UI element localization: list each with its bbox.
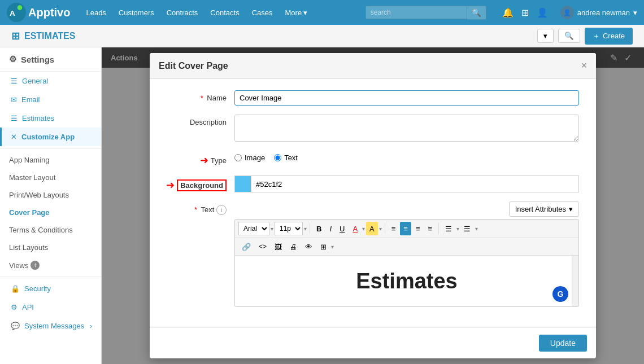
italic-button[interactable]: I — [326, 222, 335, 235]
update-button[interactable]: Update — [539, 335, 587, 352]
type-image-option[interactable]: Image — [234, 154, 265, 162]
chevron-right-icon: › — [90, 322, 92, 330]
toolbar-chevron-size: ▾ — [304, 226, 307, 232]
nav-cases[interactable]: Cases — [251, 6, 274, 19]
text-editor-row: * Text i Insert Attributes ▾ — [167, 201, 579, 307]
type-text-radio[interactable] — [274, 154, 281, 161]
sub-navigation: ⊞ ESTIMATES ▾ 🔍 ＋ Create — [0, 25, 644, 47]
user-dropdown-icon: ▾ — [633, 8, 637, 17]
modal-footer: Update — [150, 327, 596, 358]
highlight-chevron: ▾ — [379, 226, 382, 232]
image-button[interactable]: 🖼 — [271, 240, 285, 253]
user-icon[interactable]: 👤 — [537, 7, 548, 18]
editor-scrollbar[interactable] — [572, 256, 578, 306]
text-right-column: Insert Attributes ▾ Arial — [234, 201, 579, 307]
sidebar-sub-list-layouts[interactable]: List Layouts — [0, 239, 101, 256]
sidebar-item-estimates[interactable]: ☰ Estimates — [0, 109, 101, 128]
sidebar-sub-app-naming[interactable]: App Naming — [0, 151, 101, 169]
font-color-button[interactable]: A — [349, 222, 361, 235]
highlight-button[interactable]: A — [366, 222, 378, 235]
views-item: Views + — [9, 261, 40, 270]
preview-button[interactable]: 👁 — [302, 240, 316, 253]
dropdown-button[interactable]: ▾ — [537, 29, 554, 43]
sidebar-item-system-messages[interactable]: 💬 System Messages › — [0, 317, 101, 335]
type-image-radio[interactable] — [234, 154, 242, 161]
link-button[interactable]: 🔗 — [238, 240, 254, 253]
sidebar-item-security[interactable]: 🔒 Security — [0, 279, 101, 298]
description-input[interactable] — [234, 115, 579, 142]
insert-attributes-button[interactable]: Insert Attributes ▾ — [509, 201, 579, 217]
name-input[interactable] — [234, 90, 579, 106]
sidebar-sub-terms[interactable]: Terms & Conditions — [0, 221, 101, 239]
user-area[interactable]: 👤 andrea newman ▾ — [560, 6, 637, 19]
insert-attributes-row: Insert Attributes ▾ — [234, 201, 579, 217]
type-text-option[interactable]: Text — [274, 154, 298, 162]
toolbar-divider-3 — [438, 223, 439, 234]
sidebar-sub-master-layout[interactable]: Master Layout — [0, 169, 101, 186]
type-radio-group: Image Text — [234, 151, 298, 162]
align-left-button[interactable]: ≡ — [388, 222, 399, 235]
type-label-wrapper: ➜ Type — [167, 151, 234, 166]
grid-icon[interactable]: ⊞ — [521, 7, 529, 18]
editor-toolbar-row2: 🔗 <> 🖼 🖨 👁 ⊞ ▾ — [235, 238, 578, 256]
sidebar-item-api[interactable]: ⚙ API — [0, 298, 101, 317]
search-input[interactable] — [365, 6, 467, 19]
avatar: 👤 — [560, 6, 574, 19]
add-view-button[interactable]: + — [31, 261, 40, 270]
align-right-button[interactable]: ≡ — [412, 222, 424, 235]
sidebar: ⚙ Settings ☰ General ✉ Email ☰ Estimates… — [0, 47, 102, 364]
color-hex-input[interactable] — [251, 176, 579, 192]
color-swatch[interactable] — [234, 176, 251, 192]
search-icon: 🔍 — [564, 32, 574, 40]
sidebar-item-general[interactable]: ☰ General — [0, 72, 101, 90]
background-row: ➜ Background — [167, 176, 579, 192]
nav-contracts[interactable]: Contracts — [166, 6, 199, 19]
sidebar-sub-views[interactable]: Views + — [0, 256, 101, 274]
modal-close-button[interactable]: × — [581, 60, 587, 72]
editor-text: Estimates — [356, 269, 458, 293]
dropdown-arrow-icon: ▾ — [569, 205, 573, 213]
list-ul-button[interactable]: ☰ — [442, 222, 455, 235]
justify-button[interactable]: ≡ — [425, 222, 436, 235]
toolbar-chevron-font: ▾ — [271, 226, 273, 232]
print-button[interactable]: 🖨 — [286, 240, 301, 253]
page-title: ⊞ ESTIMATES — [11, 30, 75, 42]
sidebar-item-email[interactable]: ✉ Email — [0, 90, 101, 109]
underline-button[interactable]: U — [336, 222, 348, 235]
nav-leads[interactable]: Leads — [85, 6, 107, 19]
estimates-grid-icon: ⊞ — [11, 30, 20, 42]
font-color-chevron: ▾ — [362, 226, 365, 232]
customize-icon: ✕ — [11, 133, 17, 141]
sidebar-sub-print-web[interactable]: Print/Web Layouts — [0, 186, 101, 204]
background-label: Background — [177, 179, 227, 191]
name-label: * Name — [167, 90, 234, 102]
bell-icon[interactable]: 🔔 — [502, 7, 514, 18]
description-label: Description — [167, 115, 234, 126]
estimates-icon: ☰ — [11, 114, 18, 122]
modal-body: * Name Description ➜ Type — [150, 79, 596, 327]
font-family-select[interactable]: Arial — [238, 222, 269, 235]
search-button[interactable]: 🔍 — [467, 6, 486, 20]
main-layout: ⚙ Settings ☰ General ✉ Email ☰ Estimates… — [0, 47, 644, 364]
nav-contacts[interactable]: Contacts — [209, 6, 240, 19]
table-button[interactable]: ⊞ — [317, 240, 330, 253]
sub-nav-actions: ▾ 🔍 ＋ Create — [537, 28, 633, 45]
search-filter-button[interactable]: 🔍 — [558, 29, 580, 43]
code-button[interactable]: <> — [255, 240, 270, 253]
create-button[interactable]: ＋ Create — [585, 28, 633, 45]
sidebar-item-customize[interactable]: ✕ Customize App — [0, 128, 101, 146]
app-logo[interactable]: A Apptivo — [7, 3, 70, 22]
list-ol-button[interactable]: ☰ — [460, 222, 474, 235]
message-icon: 💬 — [11, 322, 20, 330]
bold-button[interactable]: B — [313, 222, 325, 235]
align-center-button[interactable]: ≡ — [400, 222, 411, 235]
sidebar-sub-cover-page[interactable]: Cover Page — [0, 204, 101, 221]
settings-header: ⚙ Settings — [0, 47, 101, 72]
nav-icons: 🔔 ⊞ 👤 — [502, 7, 548, 18]
font-size-select[interactable]: 11pt — [275, 222, 303, 235]
info-icon[interactable]: i — [216, 205, 227, 215]
editor-content-area[interactable]: Estimates G — [235, 256, 578, 306]
edit-cover-page-modal: Edit Cover Page × * Name Description — [150, 53, 596, 358]
nav-customers[interactable]: Customers — [118, 6, 155, 19]
nav-more[interactable]: More ▾ — [284, 6, 309, 19]
